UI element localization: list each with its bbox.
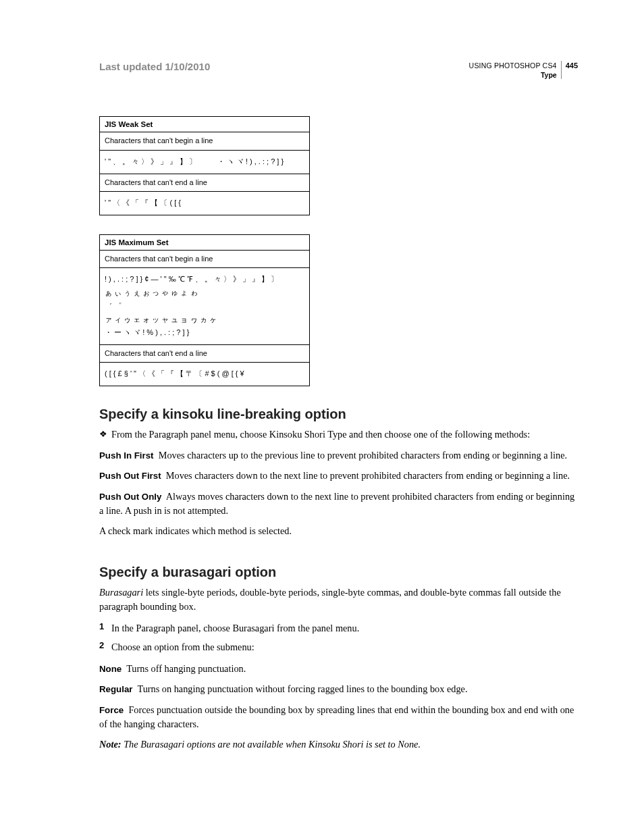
jis-max-begin-chars: ! ) , . : ; ? ] } ¢ — ' " ‰ ℃ ℉ 、 。 々 〉 … (100, 268, 310, 345)
kinsoku-push-out-only: Push Out Only Always moves characters do… (99, 490, 578, 519)
header-divider (561, 61, 562, 79)
burasagari-step-2: Choose an option from the submenu: (111, 640, 254, 654)
jis-max-end-chars: ( [ { £ § ' " 〈 《 「 『 【 〒 〔 # $ ( @ [ { … (100, 363, 310, 386)
last-updated: Last updated 1/10/2010 (99, 61, 210, 72)
kinsoku-heading: Specify a kinsoku line-breaking option (99, 407, 578, 422)
burasagari-intro: Burasagari lets single-byte periods, dou… (99, 585, 578, 615)
burasagari-steps: In the Paragraph panel, choose Burasagar… (99, 621, 578, 655)
burasagari-step-1: In the Paragraph panel, choose Burasagar… (111, 621, 359, 635)
jis-weak-end-label: Characters that can't end a line (100, 174, 310, 191)
burasagari-note: Note: The Burasagari options are not ava… (99, 737, 578, 752)
jis-max-begin-label: Characters that can't begin a line (100, 250, 310, 267)
jis-weak-begin-label: Characters that can't begin a line (100, 132, 310, 150)
kinsoku-push-out-first: Push Out First Moves characters down to … (99, 469, 578, 483)
kinsoku-intro: From the Paragraph panel menu, choose Ki… (111, 427, 530, 442)
doc-section: Type (469, 70, 557, 80)
jis-max-end-label: Characters that can't end a line (100, 345, 310, 363)
jis-weak-title: JIS Weak Set (100, 117, 310, 132)
jis-weak-end-chars: ' " 〈 《 「 『 【 〔 ( [ { (100, 191, 310, 215)
jis-weak-begin-chars: ' " 、 。 々 〉 》 」 』 】 〕 ゝ ゞ ・ ヽ ヾ ! ) , . … (100, 150, 310, 174)
jis-weak-table: JIS Weak Set Characters that can't begin… (99, 116, 310, 215)
kinsoku-push-in-first: Push In First Moves characters up to the… (99, 448, 578, 463)
diamond-bullet-icon: ❖ (99, 427, 111, 442)
doc-title: USING PHOTOSHOP CS4 (469, 61, 557, 70)
burasagari-none: None Turns off hanging punctuation. (99, 662, 578, 676)
burasagari-heading: Specify a burasagari option (99, 565, 578, 580)
burasagari-regular: Regular Turns on hanging punctuation wit… (99, 682, 578, 696)
burasagari-force: Force Forces punctuation outside the bou… (99, 703, 578, 732)
jis-max-table: JIS Maximum Set Characters that can't be… (99, 234, 310, 387)
page-number: 445 (566, 61, 578, 70)
page-header: Last updated 1/10/2010 USING PHOTOSHOP C… (99, 61, 578, 80)
jis-max-title: JIS Maximum Set (100, 234, 310, 250)
kinsoku-tail: A check mark indicates which method is s… (99, 524, 578, 538)
